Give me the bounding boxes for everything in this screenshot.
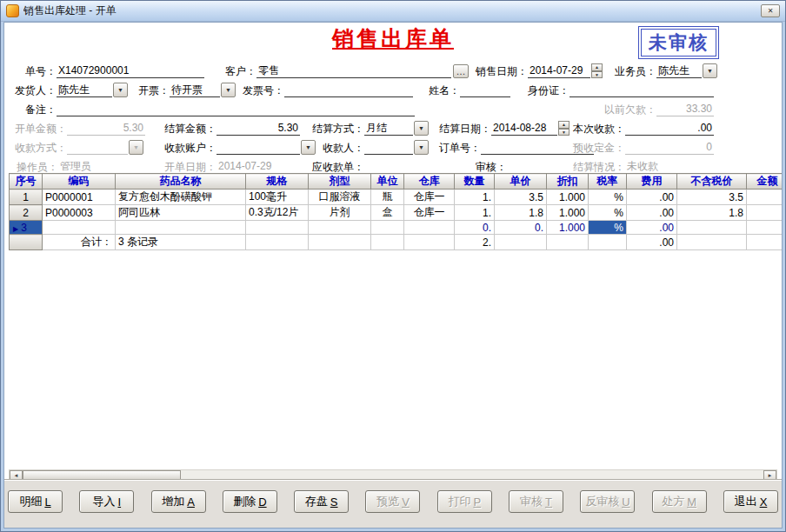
invoice-status-dropdown-button[interactable]: ▼ [221, 83, 236, 97]
col-header-discount[interactable]: 折扣 [547, 174, 589, 190]
cell-unit[interactable]: 盒 [371, 205, 404, 221]
col-header-unit[interactable]: 单位 [371, 174, 404, 190]
customer-input[interactable]: 零售 [256, 63, 451, 78]
col-header-tax[interactable]: 税率 [589, 174, 627, 190]
cell-name[interactable] [116, 221, 246, 235]
cell-warehouse[interactable] [404, 221, 455, 235]
sale-date-input[interactable]: 2014-07-29 [528, 63, 590, 78]
col-header-name[interactable]: 药品名称 [116, 174, 246, 190]
col-header-seq[interactable]: 序号 [10, 174, 43, 190]
cell-amount[interactable] [747, 190, 783, 205]
button-text: 打印 [448, 494, 470, 509]
grid-row[interactable]: 2 P0000003 阿司匹林 0.3克/12片 片剂 盒 仓库一 1. 1.8… [10, 205, 783, 221]
cell-discount[interactable]: 1.000 [547, 205, 589, 221]
cell-form[interactable] [309, 221, 371, 235]
col-header-code[interactable]: 编码 [43, 174, 116, 190]
cell-notax[interactable] [677, 221, 747, 235]
button-text: 退出 [735, 494, 757, 509]
id-card-input[interactable] [570, 83, 714, 97]
shipper-dropdown-button[interactable]: ▼ [113, 83, 128, 97]
col-header-spec[interactable]: 规格 [246, 174, 309, 190]
col-header-fee[interactable]: 费用 [627, 174, 677, 190]
cell-name[interactable]: 阿司匹林 [116, 205, 246, 221]
cell-qty[interactable]: 1. [455, 205, 495, 221]
cell-tax[interactable]: % [589, 205, 627, 221]
settle-amount-input[interactable]: 5.30 [216, 121, 300, 136]
col-header-qty[interactable]: 数量 [455, 174, 495, 190]
cell-discount[interactable]: 1.000 [547, 221, 589, 235]
cell-spec[interactable] [246, 221, 309, 235]
detail-button[interactable]: 明细L [8, 490, 63, 513]
delete-button[interactable]: 删除D [223, 490, 277, 513]
cell-code[interactable] [43, 221, 116, 235]
cell-tax-selected[interactable]: % [589, 221, 627, 235]
cell-warehouse[interactable]: 仓库一 [404, 205, 455, 221]
total-records: 3 条记录 [116, 235, 246, 250]
order-no-field: 单号： X14072900001 [8, 63, 204, 78]
col-header-notax[interactable]: 不含税价 [677, 174, 747, 190]
cell-qty[interactable]: 0. [455, 221, 495, 235]
cell-qty[interactable]: 1. [455, 190, 495, 205]
cell-tax[interactable]: % [589, 190, 627, 205]
audit-input[interactable] [507, 159, 559, 174]
prescription-button: 处方M [652, 490, 707, 513]
settle-date-input[interactable]: 2014-08-28 [491, 121, 557, 136]
shipper-input[interactable]: 陈先生 [57, 83, 112, 97]
salesman-input[interactable]: 陈先生 [656, 63, 702, 78]
cell-discount[interactable]: 1.000 [547, 190, 589, 205]
cell-form[interactable]: 片剂 [309, 205, 371, 221]
settle-date-field: 结算日期： 2014-08-28 ▲▼ [434, 120, 570, 136]
payment-account-dropdown-button[interactable]: ▼ [301, 140, 316, 155]
close-button[interactable]: ✕ [761, 4, 780, 17]
save-button[interactable]: 存盘S [294, 490, 349, 513]
grid-row[interactable]: 1 P0000001 复方愈创木酚磺酸钾 100毫升 口服溶液 瓶 仓库一 1.… [10, 190, 783, 205]
total-empty [246, 235, 309, 250]
name-input[interactable] [460, 83, 510, 97]
cell-fee[interactable]: .00 [627, 221, 677, 235]
remark-input[interactable] [57, 102, 415, 116]
cell-price[interactable]: 1.8 [495, 205, 547, 221]
col-header-warehouse[interactable]: 仓库 [404, 174, 455, 190]
payee-dropdown-button[interactable]: ▼ [414, 140, 429, 155]
cell-code[interactable]: P0000003 [43, 205, 116, 221]
cell-code[interactable]: P0000001 [43, 190, 116, 205]
cell-fee[interactable]: .00 [627, 205, 677, 221]
sale-date-spinner[interactable]: ▲▼ [591, 63, 603, 78]
cell-spec[interactable]: 100毫升 [246, 190, 309, 205]
receivable-input[interactable] [364, 159, 427, 174]
import-button[interactable]: 导入I [79, 490, 134, 513]
payment-account-input[interactable] [216, 140, 300, 155]
cell-unit[interactable] [371, 221, 404, 235]
cell-warehouse[interactable]: 仓库一 [404, 190, 455, 205]
cell-amount[interactable] [747, 221, 783, 235]
settle-method-input[interactable]: 月结 [364, 121, 413, 136]
cell-fee[interactable]: .00 [627, 190, 677, 205]
cell-form[interactable]: 口服溶液 [309, 190, 371, 205]
invoice-status-input[interactable]: 待开票 [170, 83, 220, 97]
cell-unit[interactable]: 瓶 [371, 190, 404, 205]
cell-notax[interactable]: 3.5 [677, 190, 747, 205]
payee-input[interactable] [364, 140, 413, 155]
salesman-dropdown-button[interactable]: ▼ [703, 63, 717, 78]
col-header-form[interactable]: 剂型 [309, 174, 371, 190]
order-no-input[interactable]: X14072900001 [57, 63, 204, 78]
customer-lookup-button[interactable]: … [453, 64, 469, 78]
add-button[interactable]: 增加A [151, 490, 206, 513]
remark-field: 备注： [18, 101, 415, 116]
current-row-icon: ▶ [13, 225, 18, 233]
cell-name[interactable]: 复方愈创木酚磺酸钾 [116, 190, 246, 205]
exit-button[interactable]: 退出X [723, 490, 778, 513]
grid-row-active[interactable]: ▶3 0. 0. 1.000 % .00 [10, 221, 783, 235]
col-header-amount[interactable]: 金额 [747, 174, 783, 190]
current-payment-input[interactable]: .00 [625, 121, 714, 136]
col-header-price[interactable]: 单价 [495, 174, 547, 190]
cell-spec[interactable]: 0.3克/12片 [246, 205, 309, 221]
cell-notax[interactable]: 1.8 [677, 205, 747, 221]
invoice-no-input[interactable] [284, 83, 413, 97]
cell-amount[interactable] [747, 205, 783, 221]
cell-price[interactable]: 3.5 [495, 190, 547, 205]
id-card-field: 身份证： [519, 82, 714, 97]
button-key: V [402, 495, 410, 509]
settle-method-dropdown-button[interactable]: ▼ [414, 121, 429, 136]
cell-price[interactable]: 0. [495, 221, 547, 235]
